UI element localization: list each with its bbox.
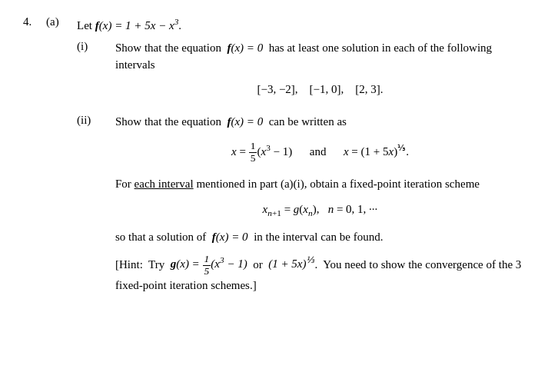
eq-left: x = 15(x3 − 1) xyxy=(231,145,295,158)
hint-g2: (1 + 5x)⅓ xyxy=(268,257,314,270)
equation-display: x = 15(x3 − 1) and x = (1 + 5x)⅓. xyxy=(115,141,525,164)
sub-i-label: (i) xyxy=(77,39,115,53)
sub-part-i: (i) Show that the equation f(x) = 0 has … xyxy=(77,39,525,105)
sub-ii-eq: f(x) = 0 xyxy=(227,115,263,128)
hint-fraction: 15 xyxy=(203,254,211,277)
each-interval-para: For each interval mentioned in part (a)(… xyxy=(115,175,525,193)
interval-3: [2, 3]. xyxy=(355,83,383,95)
part-a-label: (a) xyxy=(46,15,77,28)
function-definition: Let f(x) = 1 + 5x − x3. xyxy=(77,15,525,35)
interval-2: [−1, 0], xyxy=(310,83,344,95)
function-expr: f(x) = 1 + 5x − x3 xyxy=(95,19,179,32)
iteration-display: xn+1 = g(xn), n = 0, 1, ··· xyxy=(115,203,525,218)
problem-number: 4. xyxy=(23,15,46,28)
hint-para: [Hint: Try g(x) = 15(x3 − 1) or (1 + 5x)… xyxy=(115,254,525,294)
fraction-1-5: 15 xyxy=(249,141,257,164)
sub-part-ii: (ii) Show that the equation f(x) = 0 can… xyxy=(77,113,525,299)
hint-g: g(x) = 15(x3 − 1) xyxy=(171,257,247,270)
problem-container: 4. (a) Let f(x) = 1 + 5x − x3. (i) Show … xyxy=(23,15,525,313)
interval-1: [−3, −2], xyxy=(257,83,297,95)
sub-ii-content: Show that the equation f(x) = 0 can be w… xyxy=(115,113,525,299)
eq-right: x = (1 + 5x)⅓. xyxy=(344,145,409,158)
each-interval-underlined: each interval xyxy=(135,178,194,190)
conclusion-para: so that a solution of f(x) = 0 in the in… xyxy=(115,228,525,246)
sub-i-content: Show that the equation f(x) = 0 has at l… xyxy=(115,39,525,105)
intervals-display: [−3, −2], [−1, 0], [2, 3]. xyxy=(115,83,525,96)
sub-ii-label: (ii) xyxy=(77,113,115,127)
and-word: and xyxy=(310,145,327,158)
conclusion-eq: f(x) = 0 xyxy=(212,231,248,243)
part-a-content: Let f(x) = 1 + 5x − x3. (i) Show that th… xyxy=(77,15,525,307)
sub-ii-text: Show that the equation f(x) = 0 can be w… xyxy=(115,113,525,131)
sub-i-text: Show that the equation f(x) = 0 has at l… xyxy=(115,39,525,74)
sub-i-eq: f(x) = 0 xyxy=(227,42,263,54)
problem-header: 4. (a) Let f(x) = 1 + 5x − x3. (i) Show … xyxy=(23,15,525,307)
iteration-formula: xn+1 = g(xn), n = 0, 1, ··· xyxy=(263,203,378,215)
